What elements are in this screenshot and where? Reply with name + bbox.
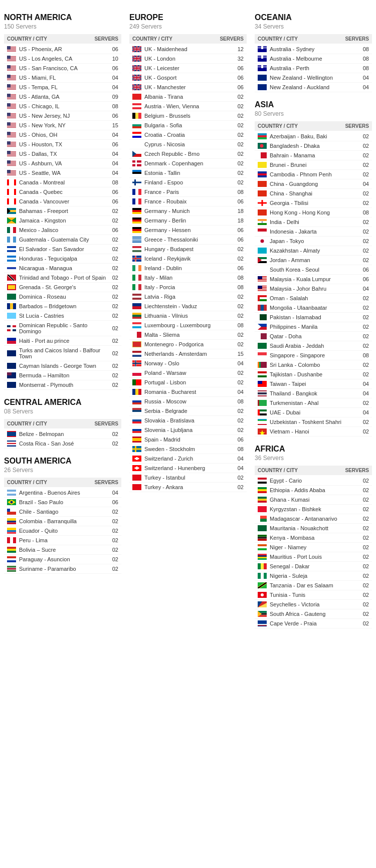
svg-rect-123 bbox=[7, 174, 16, 175]
svg-rect-204 bbox=[7, 530, 16, 532]
row-left: Malaysia - Kuala Lumpur bbox=[258, 276, 359, 282]
server-count: 02 bbox=[359, 362, 369, 368]
header-servers-as: SERVERS bbox=[345, 123, 369, 129]
svg-rect-128 bbox=[14, 179, 16, 185]
svg-rect-327 bbox=[132, 303, 141, 306]
server-count: 08 bbox=[359, 46, 369, 52]
table-row: Saudi Arabia - Jeddah 02 bbox=[255, 341, 372, 351]
svg-rect-244 bbox=[132, 68, 141, 69]
server-count: 02 bbox=[108, 350, 118, 356]
flag-icon bbox=[7, 237, 16, 243]
server-count: 02 bbox=[359, 620, 369, 626]
svg-rect-432 bbox=[258, 286, 262, 289]
svg-rect-523 bbox=[258, 625, 267, 626]
row-left: New Zealand - Wellington bbox=[258, 75, 359, 81]
svg-rect-339 bbox=[132, 351, 141, 353]
flag-icon bbox=[7, 75, 16, 81]
svg-rect-301 bbox=[132, 227, 141, 229]
svg-rect-441 bbox=[260, 314, 267, 320]
svg-rect-330 bbox=[132, 315, 141, 317]
table-row: UK - London 32 bbox=[129, 54, 247, 64]
table-row: Pakistan - Islamabad 02 bbox=[255, 313, 372, 322]
country-name: Sri Lanka - Colombo bbox=[270, 362, 320, 368]
svg-rect-309 bbox=[132, 248, 141, 250]
server-count: 02 bbox=[234, 341, 244, 347]
flag-icon bbox=[7, 227, 16, 233]
country-name: US - Houston, TX bbox=[19, 141, 62, 147]
flag-icon bbox=[7, 122, 16, 128]
server-count: 02 bbox=[359, 516, 369, 522]
svg-rect-59 bbox=[7, 107, 16, 107]
row-left: El Salvador - San Savador bbox=[7, 246, 108, 252]
row-left: US - Dallas, TX bbox=[7, 151, 108, 157]
table-row: Sweden - Stockholm 08 bbox=[129, 445, 247, 454]
row-left: Italy - Milan bbox=[132, 275, 234, 281]
row-left: Turks and Caicos Island - Balfour Town bbox=[7, 347, 108, 359]
row-left: Czech Republic - Brno bbox=[132, 151, 234, 157]
svg-rect-167 bbox=[10, 303, 13, 309]
svg-rect-89 bbox=[7, 132, 11, 135]
row-left: Guatemala - Guatemala City bbox=[7, 237, 108, 243]
table-row: Guatemala - Guatemala City 02 bbox=[4, 235, 121, 245]
svg-rect-504 bbox=[264, 563, 267, 569]
server-count: 04 bbox=[234, 465, 244, 471]
country-name: Germany - Munich bbox=[144, 208, 190, 214]
svg-rect-333 bbox=[132, 324, 141, 326]
svg-rect-359 bbox=[132, 412, 141, 414]
country-name: Hong Kong - Hong Kong bbox=[270, 209, 330, 215]
oceania-header: COUNTRY / CITY SERVERS bbox=[255, 34, 372, 44]
svg-rect-316 bbox=[132, 265, 135, 271]
svg-rect-152 bbox=[7, 250, 16, 252]
svg-rect-440 bbox=[258, 314, 260, 320]
flag-icon bbox=[7, 246, 16, 252]
server-count: 02 bbox=[359, 314, 369, 320]
row-left: China - Guangdong bbox=[258, 181, 359, 187]
table-row: St Lucia - Castries 02 bbox=[4, 311, 121, 321]
svg-rect-166 bbox=[7, 303, 10, 309]
svg-rect-79 bbox=[7, 128, 16, 128]
country-name: Trinidad and Tobago - Port of Spain bbox=[19, 275, 106, 281]
country-name: Bulgaria - Sofia bbox=[144, 122, 182, 128]
row-left: Slovenia - Ljubljana bbox=[132, 427, 234, 433]
server-count: 02 bbox=[359, 190, 369, 196]
svg-rect-283 bbox=[132, 170, 141, 172]
flag-icon bbox=[132, 322, 141, 328]
header-city-af: COUNTRY / CITY bbox=[258, 468, 298, 473]
table-row: Germany - Hessen 06 bbox=[129, 226, 247, 235]
svg-rect-50 bbox=[7, 97, 16, 98]
row-left: Tanzania - Dar es Salaam bbox=[258, 582, 359, 588]
server-count: 02 bbox=[108, 509, 118, 515]
svg-rect-6 bbox=[7, 51, 16, 51]
flag-icon bbox=[132, 389, 141, 395]
svg-rect-149 bbox=[13, 237, 16, 243]
server-count: 02 bbox=[234, 122, 244, 128]
row-left: US - San Francisco, CA bbox=[7, 65, 108, 71]
header-servers: SERVERS bbox=[94, 36, 118, 42]
row-left: Lithuania - Vilnius bbox=[132, 313, 234, 319]
table-row: Russia - Moscow 08 bbox=[129, 397, 247, 406]
table-row: Uzbekistan - Toshkent Shahri 02 bbox=[255, 417, 372, 427]
table-row: Cyprus - Nicosia 02 bbox=[129, 140, 247, 149]
table-row: Montenegro - Podgorica 02 bbox=[129, 340, 247, 349]
table-row: US - Ashburn, VA 04 bbox=[4, 159, 121, 168]
svg-rect-522 bbox=[258, 624, 267, 625]
svg-rect-267 bbox=[132, 113, 135, 119]
server-count: 06 bbox=[234, 437, 244, 443]
svg-rect-268 bbox=[135, 113, 138, 119]
flag-icon bbox=[132, 256, 141, 262]
flag-icon bbox=[7, 179, 16, 185]
svg-rect-411 bbox=[258, 229, 267, 232]
flag-icon bbox=[258, 286, 267, 292]
svg-rect-501 bbox=[258, 558, 267, 560]
svg-point-410 bbox=[262, 222, 263, 223]
table-row: Spain - Madrid 06 bbox=[129, 435, 247, 445]
svg-rect-226 bbox=[132, 49, 141, 50]
svg-rect-305 bbox=[132, 238, 141, 239]
server-count: 02 bbox=[108, 547, 118, 553]
svg-rect-145 bbox=[10, 227, 13, 233]
svg-rect-17 bbox=[7, 56, 11, 59]
country-name: Mexico - Jalisco bbox=[19, 227, 58, 233]
server-count: 02 bbox=[359, 535, 369, 541]
server-count: 02 bbox=[359, 295, 369, 301]
table-row: Costa Rica - San José 02 bbox=[4, 439, 121, 449]
